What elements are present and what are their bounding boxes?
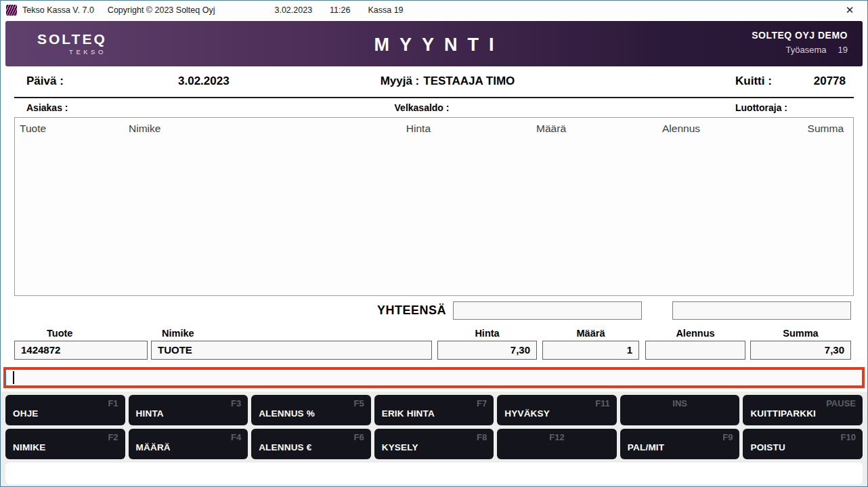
fkey-ohje[interactable]: OHJE F1 bbox=[5, 395, 125, 425]
solteq-logo: SOLTEQ TEKSO bbox=[37, 31, 107, 56]
column-header-nimike: Nimike bbox=[129, 123, 160, 135]
app-title: Tekso Kassa V. 7.0 bbox=[22, 5, 94, 15]
fkey-alennus-eur[interactable]: ALENNUS € F6 bbox=[251, 429, 371, 459]
sum-field[interactable]: 7,30 bbox=[750, 341, 851, 360]
fkey-nimike[interactable]: NIMIKE F2 bbox=[5, 429, 125, 459]
form-label-maara: Määrä bbox=[542, 328, 639, 339]
command-input[interactable] bbox=[5, 369, 863, 386]
company-name: SOLTEQ OYJ DEMO bbox=[752, 30, 848, 41]
fkey-poistu[interactable]: POISTU F10 bbox=[743, 429, 863, 459]
column-header-tuote: Tuote bbox=[20, 123, 46, 135]
register-number: Kassa 19 bbox=[368, 5, 403, 15]
product-code-field[interactable]: 1424872 bbox=[14, 341, 148, 360]
titlebar-time: 11:26 bbox=[330, 5, 350, 15]
workstation-info: Työasema19 bbox=[752, 45, 848, 55]
logo-secondary-text: TEKSO bbox=[37, 48, 107, 56]
product-name-field[interactable]: TUOTE bbox=[151, 341, 432, 360]
form-label-alennus: Alennus bbox=[645, 328, 745, 339]
total-secondary-field bbox=[672, 301, 851, 320]
session-row: Päivä : 3.02.2023 Myyjä :TESTAAJA TIMO K… bbox=[1, 66, 867, 97]
fkey-ins[interactable]: INS bbox=[620, 395, 740, 425]
quantity-field[interactable]: 1 bbox=[542, 341, 639, 360]
receipt-items-table: Tuote Nimike Hinta Määrä Alennus Summa bbox=[14, 117, 854, 296]
seller-value: TESTAAJA TIMO bbox=[423, 75, 515, 87]
receipt-number: 20778 bbox=[814, 75, 846, 88]
logo-primary-text: SOLTEQ bbox=[37, 31, 107, 47]
price-field[interactable]: 7,30 bbox=[437, 341, 537, 360]
fkey-pal-mit[interactable]: PAL/MIT F9 bbox=[620, 429, 740, 459]
function-key-grid: OHJE F1 HINTA F3 ALENNUS % F5 ERIK HINTA… bbox=[5, 395, 863, 459]
app-icon bbox=[6, 5, 17, 16]
fkey-kysely[interactable]: KYSELY F8 bbox=[374, 429, 494, 459]
column-header-hinta: Hinta bbox=[349, 123, 431, 135]
seller-label: Myyjä : bbox=[381, 75, 420, 87]
date-value: 3.02.2023 bbox=[178, 75, 230, 88]
text-caret bbox=[13, 371, 14, 384]
entry-form: Tuote Nimike Hinta Määrä Alennus Summa 1… bbox=[1, 327, 867, 363]
function-key-region: OHJE F1 HINTA F3 ALENNUS % F5 ERIK HINTA… bbox=[1, 391, 867, 486]
customer-label: Asiakas : bbox=[26, 102, 68, 113]
workstation-label: Työasema bbox=[786, 45, 827, 55]
seller-info: Myyjä :TESTAAJA TIMO bbox=[381, 75, 515, 88]
fkey-hyvaksy[interactable]: HYVÄKSY F11 bbox=[497, 395, 617, 425]
customer-row: Asiakas : Velkasaldo : Luottoraja : bbox=[1, 98, 867, 116]
column-header-summa: Summa bbox=[808, 123, 844, 135]
date-label: Päivä : bbox=[26, 75, 64, 88]
fkey-f12[interactable]: F12 bbox=[497, 429, 617, 459]
debt-balance-label: Velkasaldo : bbox=[395, 102, 450, 113]
form-label-nimike: Nimike bbox=[151, 328, 432, 339]
copyright-text: Copyright © 2023 Solteq Oyj bbox=[108, 5, 215, 15]
form-label-summa: Summa bbox=[750, 328, 851, 339]
discount-field[interactable] bbox=[645, 341, 745, 360]
app-header: SOLTEQ TEKSO MYYNTI SOLTEQ OYJ DEMO Työa… bbox=[5, 21, 863, 66]
header-right: SOLTEQ OYJ DEMO Työasema19 bbox=[752, 30, 848, 55]
form-label-hinta: Hinta bbox=[437, 328, 537, 339]
titlebar: Tekso Kassa V. 7.0 Copyright © 2023 Solt… bbox=[1, 1, 867, 20]
fkey-hinta[interactable]: HINTA F3 bbox=[129, 395, 248, 425]
credit-limit-label: Luottoraja : bbox=[735, 102, 787, 113]
column-header-maara: Määrä bbox=[498, 123, 566, 135]
close-icon[interactable]: ✕ bbox=[842, 3, 857, 18]
titlebar-date: 3.02.2023 bbox=[274, 5, 312, 15]
form-label-tuote: Tuote bbox=[14, 328, 148, 339]
fkey-erik-hinta[interactable]: ERIK HINTA F7 bbox=[374, 395, 494, 425]
command-input-highlight-frame bbox=[3, 367, 865, 388]
total-label: YHTEENSÄ bbox=[377, 303, 446, 318]
status-bar bbox=[5, 463, 863, 484]
column-header-alennus: Alennus bbox=[619, 123, 700, 135]
receipt-label: Kuitti : bbox=[735, 75, 772, 88]
fkey-alennus-pct[interactable]: ALENNUS % F5 bbox=[251, 395, 371, 425]
workstation-value: 19 bbox=[838, 45, 848, 55]
fkey-maara[interactable]: MÄÄRÄ F4 bbox=[129, 429, 248, 459]
screen-title: MYYNTI bbox=[364, 35, 504, 56]
total-amount-field bbox=[453, 301, 642, 320]
totals-row: YHTEENSÄ bbox=[1, 296, 867, 327]
fkey-kuittiparkki[interactable]: KUITTIPARKKI PAUSE bbox=[743, 395, 863, 425]
